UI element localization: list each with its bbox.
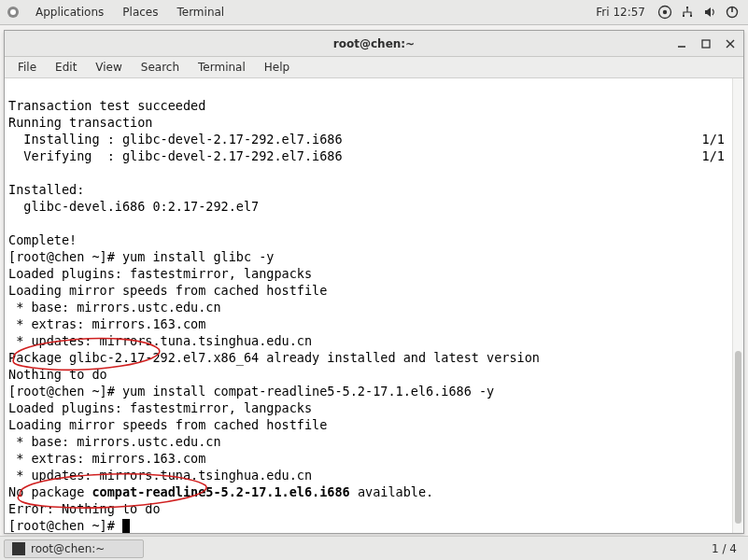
svg-rect-6 (690, 15, 692, 17)
taskbar-item-terminal[interactable]: root@chen:~ (4, 539, 144, 558)
term-line: Nothing to do (8, 367, 107, 382)
svg-point-3 (663, 10, 667, 14)
term-line: [root@chen ~]# (8, 518, 122, 533)
maximize-button[interactable] (699, 36, 713, 51)
accessibility-icon[interactable] (655, 2, 675, 22)
panel-menu-terminal[interactable]: Terminal (167, 2, 233, 22)
svg-rect-10 (702, 40, 710, 48)
term-line: Verifying : glibc-devel-2.17-292.el7.i68… (8, 148, 343, 163)
power-icon[interactable] (722, 2, 742, 22)
svg-point-1 (10, 9, 16, 15)
svg-rect-5 (683, 15, 684, 17)
term-line: Package glibc-2.17-292.el7.x86_64 alread… (8, 350, 540, 365)
term-line: Running transaction (8, 115, 152, 130)
term-line: glibc-devel.i686 0:2.17-292.el7 (8, 199, 259, 214)
term-line: Loaded plugins: fastestmirror, langpacks (8, 266, 312, 281)
term-line: No package (8, 484, 92, 499)
term-line: * updates: mirrors.tuna.tsinghua.edu.cn (8, 468, 312, 483)
menu-search[interactable]: Search (132, 58, 189, 77)
activities-icon[interactable] (6, 5, 21, 20)
term-bold: compat-readline5-5.2-17.1.el6.i686 (92, 484, 349, 499)
term-ratio: 1/1 (702, 131, 725, 147)
menu-view[interactable]: View (86, 58, 131, 77)
terminal-icon (12, 542, 25, 555)
panel-clock[interactable]: Fri 12:57 (588, 2, 653, 22)
close-button[interactable] (723, 36, 738, 51)
term-line: [root@chen ~]# yum install glibc -y (8, 249, 274, 264)
term-ratio: 1/1 (702, 147, 725, 164)
term-line: Transaction test succeeded (8, 98, 205, 113)
network-icon[interactable] (677, 2, 698, 22)
term-line: [root@chen ~]# yum install compat-readli… (8, 384, 494, 399)
taskbar: root@chen:~ 1 / 4 (0, 536, 748, 560)
workspace-indicator[interactable]: 1 / 4 (704, 540, 744, 557)
scrollbar-thumb[interactable] (735, 351, 741, 524)
panel-menu-applications[interactable]: Applications (26, 2, 113, 22)
menu-terminal[interactable]: Terminal (189, 58, 255, 77)
term-line: * extras: mirrors.163.com (8, 316, 205, 331)
top-panel: Applications Places Terminal Fri 12:57 (0, 0, 748, 25)
term-line: Loaded plugins: fastestmirror, langpacks (8, 400, 312, 415)
terminal-cursor (122, 519, 130, 533)
term-line: Installed: (8, 182, 84, 197)
window-title: root@chen:~ (333, 37, 415, 50)
term-line: Loading mirror speeds from cached hostfi… (8, 283, 327, 298)
svg-rect-4 (686, 7, 688, 8)
terminal-scrollbar[interactable] (732, 78, 743, 533)
menu-edit[interactable]: Edit (46, 58, 86, 77)
term-line: Complete! (8, 232, 77, 247)
volume-icon[interactable] (699, 2, 720, 22)
term-line: Installing : glibc-devel-2.17-292.el7.i6… (8, 132, 343, 147)
term-line: * updates: mirrors.tuna.tsinghua.edu.cn (8, 333, 312, 348)
terminal-output[interactable]: Transaction test succeeded Running trans… (5, 78, 743, 533)
term-line: * base: mirrors.ustc.edu.cn (8, 434, 221, 449)
term-line: * base: mirrors.ustc.edu.cn (8, 300, 221, 315)
taskbar-item-label: root@chen:~ (31, 542, 105, 555)
titlebar[interactable]: root@chen:~ (5, 31, 743, 57)
term-line: * extras: mirrors.163.com (8, 451, 205, 466)
term-line: Error: Nothing to do (8, 501, 161, 516)
menu-help[interactable]: Help (255, 58, 299, 77)
minimize-button[interactable] (674, 36, 689, 51)
terminal-window: root@chen:~ File Edit View Search Termin… (4, 30, 744, 534)
menu-file[interactable]: File (8, 58, 46, 77)
panel-menu-places[interactable]: Places (113, 2, 167, 22)
menubar: File Edit View Search Terminal Help (5, 57, 743, 78)
term-line: Loading mirror speeds from cached hostfi… (8, 417, 327, 432)
term-line: available. (350, 484, 433, 499)
